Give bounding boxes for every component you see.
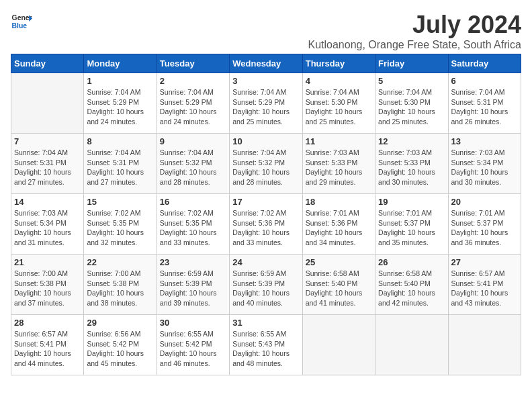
day-header-wednesday: Wednesday (230, 54, 302, 73)
day-info: Sunrise: 7:02 AMSunset: 5:36 PMDaylight:… (232, 208, 299, 248)
day-number: 27 (451, 257, 518, 267)
day-number: 18 (306, 197, 372, 207)
day-number: 7 (14, 136, 81, 146)
day-info: Sunrise: 7:03 AMSunset: 5:33 PMDaylight:… (306, 148, 372, 187)
day-number: 8 (87, 136, 153, 146)
calendar-cell (448, 315, 521, 375)
calendar-cell: 26Sunrise: 6:58 AMSunset: 5:40 PMDayligh… (375, 255, 448, 315)
day-number: 21 (14, 257, 81, 267)
calendar-cell: 10Sunrise: 7:04 AMSunset: 5:32 PMDayligh… (230, 134, 302, 194)
day-header-sunday: Sunday (11, 54, 84, 73)
day-header-monday: Monday (84, 54, 157, 73)
day-number: 12 (378, 136, 445, 146)
main-title: July 2024 (308, 11, 521, 39)
day-info: Sunrise: 7:04 AMSunset: 5:31 PMDaylight:… (14, 148, 81, 187)
day-number: 20 (451, 197, 518, 207)
calendar-week-row: 1Sunrise: 7:04 AMSunset: 5:29 PMDaylight… (11, 73, 521, 134)
day-header-tuesday: Tuesday (157, 54, 229, 73)
day-number: 10 (232, 136, 299, 146)
day-number: 11 (306, 136, 372, 146)
day-info: Sunrise: 6:57 AMSunset: 5:41 PMDaylight:… (451, 269, 518, 308)
day-info: Sunrise: 6:58 AMSunset: 5:40 PMDaylight:… (378, 269, 445, 308)
day-number: 9 (160, 136, 226, 146)
page-header: General Blue July 2024 Kutloanong, Orang… (11, 11, 521, 51)
day-number: 28 (14, 318, 81, 328)
day-number: 30 (160, 318, 226, 328)
calendar-cell: 31Sunrise: 6:55 AMSunset: 5:43 PMDayligh… (230, 315, 302, 375)
calendar-cell: 22Sunrise: 7:00 AMSunset: 5:38 PMDayligh… (84, 255, 157, 315)
day-number: 19 (378, 197, 445, 207)
day-number: 4 (306, 76, 372, 86)
day-number: 14 (14, 197, 81, 207)
calendar-cell: 1Sunrise: 7:04 AMSunset: 5:29 PMDaylight… (84, 73, 157, 134)
calendar-cell: 27Sunrise: 6:57 AMSunset: 5:41 PMDayligh… (448, 255, 521, 315)
day-info: Sunrise: 7:04 AMSunset: 5:29 PMDaylight:… (87, 87, 153, 127)
calendar-cell (11, 73, 84, 134)
calendar-cell: 18Sunrise: 7:01 AMSunset: 5:36 PMDayligh… (302, 194, 375, 255)
day-number: 13 (451, 136, 518, 146)
day-info: Sunrise: 7:02 AMSunset: 5:35 PMDaylight:… (87, 208, 153, 248)
day-number: 31 (232, 318, 299, 328)
calendar-cell: 6Sunrise: 7:04 AMSunset: 5:31 PMDaylight… (448, 73, 521, 134)
calendar-week-row: 14Sunrise: 7:03 AMSunset: 5:34 PMDayligh… (11, 194, 521, 255)
title-area: July 2024 Kutloanong, Orange Free State,… (308, 11, 521, 51)
day-info: Sunrise: 7:04 AMSunset: 5:29 PMDaylight:… (232, 87, 299, 127)
calendar-cell: 4Sunrise: 7:04 AMSunset: 5:30 PMDaylight… (302, 73, 375, 134)
day-info: Sunrise: 7:03 AMSunset: 5:33 PMDaylight:… (378, 148, 445, 187)
calendar-cell: 8Sunrise: 7:04 AMSunset: 5:31 PMDaylight… (84, 134, 157, 194)
day-number: 17 (232, 197, 299, 207)
subtitle: Kutloanong, Orange Free State, South Afr… (308, 39, 521, 51)
logo-icon: General Blue (11, 11, 32, 32)
day-info: Sunrise: 6:57 AMSunset: 5:41 PMDaylight:… (14, 329, 81, 369)
day-number: 29 (87, 318, 153, 328)
day-info: Sunrise: 7:04 AMSunset: 5:32 PMDaylight:… (232, 148, 299, 187)
calendar-week-row: 21Sunrise: 7:00 AMSunset: 5:38 PMDayligh… (11, 255, 521, 315)
day-info: Sunrise: 7:01 AMSunset: 5:36 PMDaylight:… (306, 208, 372, 248)
calendar-cell: 28Sunrise: 6:57 AMSunset: 5:41 PMDayligh… (11, 315, 84, 375)
day-number: 26 (378, 257, 445, 267)
calendar-cell: 17Sunrise: 7:02 AMSunset: 5:36 PMDayligh… (230, 194, 302, 255)
day-number: 24 (232, 257, 299, 267)
day-info: Sunrise: 6:58 AMSunset: 5:40 PMDaylight:… (306, 269, 372, 308)
day-number: 3 (232, 76, 299, 86)
day-info: Sunrise: 7:02 AMSunset: 5:35 PMDaylight:… (160, 208, 226, 248)
day-info: Sunrise: 6:55 AMSunset: 5:42 PMDaylight:… (160, 329, 226, 369)
calendar-week-row: 7Sunrise: 7:04 AMSunset: 5:31 PMDaylight… (11, 134, 521, 194)
day-number: 22 (87, 257, 153, 267)
calendar-cell: 30Sunrise: 6:55 AMSunset: 5:42 PMDayligh… (157, 315, 229, 375)
day-info: Sunrise: 7:01 AMSunset: 5:37 PMDaylight:… (378, 208, 445, 248)
day-info: Sunrise: 6:56 AMSunset: 5:42 PMDaylight:… (87, 329, 153, 369)
day-info: Sunrise: 6:59 AMSunset: 5:39 PMDaylight:… (160, 269, 226, 308)
calendar-header-row: SundayMondayTuesdayWednesdayThursdayFrid… (11, 54, 521, 73)
logo: General Blue (11, 11, 32, 32)
day-info: Sunrise: 7:04 AMSunset: 5:30 PMDaylight:… (306, 87, 372, 127)
day-number: 5 (378, 76, 445, 86)
day-info: Sunrise: 7:04 AMSunset: 5:30 PMDaylight:… (378, 87, 445, 127)
calendar-cell: 3Sunrise: 7:04 AMSunset: 5:29 PMDaylight… (230, 73, 302, 134)
day-info: Sunrise: 7:01 AMSunset: 5:37 PMDaylight:… (451, 208, 518, 248)
day-info: Sunrise: 7:00 AMSunset: 5:38 PMDaylight:… (87, 269, 153, 308)
calendar-body: 1Sunrise: 7:04 AMSunset: 5:29 PMDaylight… (11, 73, 521, 375)
calendar-cell: 20Sunrise: 7:01 AMSunset: 5:37 PMDayligh… (448, 194, 521, 255)
day-number: 15 (87, 197, 153, 207)
calendar-cell: 16Sunrise: 7:02 AMSunset: 5:35 PMDayligh… (157, 194, 229, 255)
day-header-friday: Friday (375, 54, 448, 73)
day-number: 25 (306, 257, 372, 267)
calendar-cell: 13Sunrise: 7:03 AMSunset: 5:34 PMDayligh… (448, 134, 521, 194)
calendar-cell: 12Sunrise: 7:03 AMSunset: 5:33 PMDayligh… (375, 134, 448, 194)
calendar-cell (375, 315, 448, 375)
day-info: Sunrise: 7:04 AMSunset: 5:32 PMDaylight:… (160, 148, 226, 187)
calendar-cell: 15Sunrise: 7:02 AMSunset: 5:35 PMDayligh… (84, 194, 157, 255)
day-number: 2 (160, 76, 226, 86)
day-info: Sunrise: 7:03 AMSunset: 5:34 PMDaylight:… (14, 208, 81, 248)
calendar-table: SundayMondayTuesdayWednesdayThursdayFrid… (11, 54, 521, 375)
day-header-thursday: Thursday (302, 54, 375, 73)
day-info: Sunrise: 6:59 AMSunset: 5:39 PMDaylight:… (232, 269, 299, 308)
day-number: 16 (160, 197, 226, 207)
day-header-saturday: Saturday (448, 54, 521, 73)
calendar-cell: 19Sunrise: 7:01 AMSunset: 5:37 PMDayligh… (375, 194, 448, 255)
calendar-cell: 25Sunrise: 6:58 AMSunset: 5:40 PMDayligh… (302, 255, 375, 315)
calendar-cell: 29Sunrise: 6:56 AMSunset: 5:42 PMDayligh… (84, 315, 157, 375)
day-number: 1 (87, 76, 153, 86)
day-number: 23 (160, 257, 226, 267)
